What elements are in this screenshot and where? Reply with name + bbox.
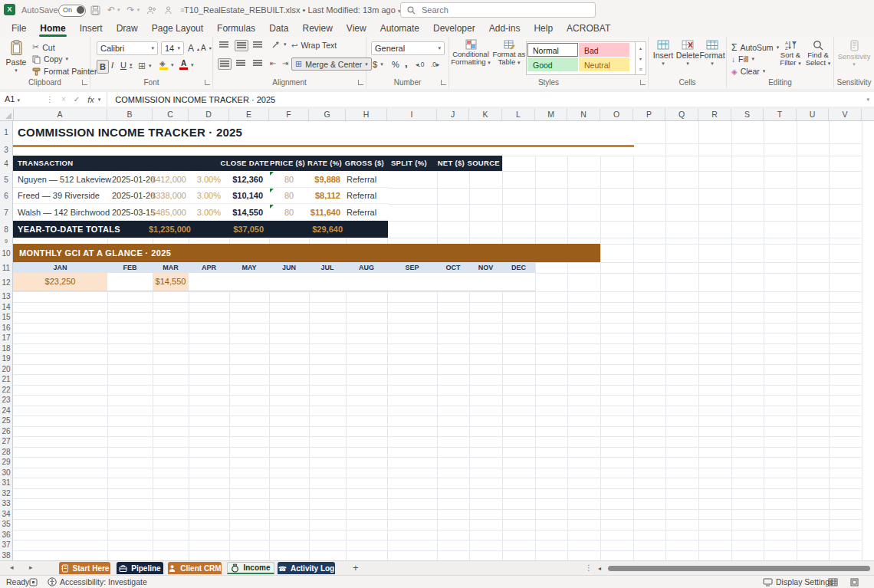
expand-formula-bar-icon[interactable]: ▾ xyxy=(866,97,869,103)
fill-button[interactable]: ↓Fill▾ xyxy=(731,54,754,64)
monthly-banner-row[interactable]: MONTHLY GCI AT A GLANCE · 2025 xyxy=(13,244,600,262)
style-bad[interactable]: Bad xyxy=(579,43,629,57)
ribbon-tab-formulas[interactable]: Formulas xyxy=(210,20,262,37)
scroll-left-icon[interactable]: ◂ xyxy=(598,565,601,572)
ribbon-tab-file[interactable]: File xyxy=(5,20,33,37)
present-people-icon[interactable] xyxy=(163,5,173,15)
alignment-dialog-launcher-icon[interactable] xyxy=(358,80,363,85)
row-number-22[interactable]: 22 xyxy=(0,385,12,396)
ribbon-tab-data[interactable]: Data xyxy=(262,20,295,37)
row-number-35[interactable]: 35 xyxy=(0,519,12,530)
font-size-select[interactable]: 14▾ xyxy=(161,41,184,55)
display-settings-button[interactable]: Display Settings xyxy=(763,576,833,588)
decrease-indent-button[interactable]: ⇤ xyxy=(270,59,276,67)
title-row[interactable]: COMMISSION INCOME TRACKER · 2025 xyxy=(13,121,634,143)
cut-button[interactable]: ✂Cut xyxy=(32,42,55,52)
sensitivity-button[interactable]: Sensitivity ▾ xyxy=(839,40,869,67)
clear-button[interactable]: ◈Clear▾ xyxy=(731,67,765,76)
align-right-button[interactable] xyxy=(253,60,262,67)
row-number-29[interactable]: 29 xyxy=(0,457,12,468)
row-number-3[interactable]: 3 xyxy=(0,143,12,156)
ribbon-tab-review[interactable]: Review xyxy=(295,20,339,37)
month-value-apr[interactable] xyxy=(189,273,229,291)
row-number-13[interactable]: 13 xyxy=(0,291,12,302)
sort-filter-button[interactable]: AZ Sort &Filter ▾ xyxy=(777,40,803,67)
month-values-row[interactable]: $23,250$14,550 xyxy=(13,273,535,291)
row-number-36[interactable]: 36 xyxy=(0,530,12,540)
row-number-25[interactable]: 25 xyxy=(0,416,12,426)
row-number-34[interactable]: 34 xyxy=(0,509,12,520)
row-number-24[interactable]: 24 xyxy=(0,406,12,416)
column-header-P[interactable]: P xyxy=(633,109,665,120)
align-top-button[interactable] xyxy=(219,41,228,48)
undo-icon[interactable]: ↶ xyxy=(107,5,115,15)
insert-function-icon[interactable]: fx xyxy=(87,95,94,104)
column-header-A[interactable]: A xyxy=(13,109,107,120)
row-number-30[interactable]: 30 xyxy=(0,468,12,478)
format-as-table-button[interactable]: Format asTable ▾ xyxy=(492,39,526,67)
row-number-9[interactable]: 9 xyxy=(0,238,12,244)
sheet-grid[interactable]: 1345678910111213141516171819202122232425… xyxy=(0,121,874,560)
paste-button[interactable]: Paste ▾ xyxy=(5,40,28,74)
share-people-icon[interactable] xyxy=(146,5,156,15)
month-value-aug[interactable] xyxy=(346,273,387,291)
style-neutral[interactable]: Neutral xyxy=(579,57,629,71)
ribbon-tab-developer[interactable]: Developer xyxy=(426,20,482,37)
month-header-row[interactable]: JANFEBMARAPRMAYJUNJULAUGSEPOCTNOVDEC xyxy=(13,262,535,273)
column-header-S[interactable]: S xyxy=(731,109,764,120)
row-number-32[interactable]: 32 xyxy=(0,488,12,499)
row-number-15[interactable]: 15 xyxy=(0,312,12,323)
ribbon-tab-view[interactable]: View xyxy=(340,20,373,37)
month-value-may[interactable] xyxy=(229,273,269,291)
row-number-19[interactable]: 19 xyxy=(0,353,12,364)
align-left-button[interactable] xyxy=(218,58,232,70)
table-row-2[interactable]: Freed — 39 Riverside2025-01-20$338,0003.… xyxy=(13,188,388,204)
font-color-button[interactable]: A▾ xyxy=(179,60,194,70)
row-number-37[interactable]: 37 xyxy=(0,540,12,550)
orientation-button[interactable]: ▾ xyxy=(271,40,287,49)
gallery-down-icon[interactable]: ▾ xyxy=(639,56,642,61)
clipboard-dialog-launcher-icon[interactable] xyxy=(82,80,87,85)
month-value-dec[interactable] xyxy=(502,273,535,291)
delete-cells-button[interactable]: Delete▾ xyxy=(676,40,699,67)
sheet-tab-client-crm[interactable]: Client CRM xyxy=(168,562,222,574)
row-number-14[interactable]: 14 xyxy=(0,302,12,313)
grow-font-button[interactable]: A▴ xyxy=(188,43,199,54)
number-format-select[interactable]: General▾ xyxy=(371,41,445,55)
add-sheet-button[interactable]: + xyxy=(353,562,359,573)
horizontal-scrollbar-thumb[interactable] xyxy=(608,566,870,571)
bold-button[interactable]: B xyxy=(97,60,109,74)
row-number-33[interactable]: 33 xyxy=(0,498,12,509)
ribbon-tab-insert[interactable]: Insert xyxy=(73,20,110,37)
search-input[interactable] xyxy=(420,5,561,15)
column-header-K[interactable]: K xyxy=(469,109,502,120)
document-title[interactable]: T10_RealEstate_REBUILT.xlsx • Last Modif… xyxy=(184,5,401,15)
column-header-B[interactable]: B xyxy=(107,109,153,120)
column-header-T[interactable]: T xyxy=(764,109,797,120)
gallery-more-icon[interactable]: ≡ xyxy=(639,67,642,72)
column-header-I[interactable]: I xyxy=(387,109,437,120)
column-header-E[interactable]: E xyxy=(229,109,269,120)
sheet-tab-income[interactable]: Income xyxy=(227,562,274,574)
ribbon-tab-add-ins[interactable]: Add-ins xyxy=(482,20,527,37)
find-select-button[interactable]: Find &Select ▾ xyxy=(805,40,831,67)
row-number-4[interactable]: 4 xyxy=(0,156,12,171)
copy-button[interactable]: Copy▾ xyxy=(32,54,68,64)
row-number-6[interactable]: 6 xyxy=(0,188,12,204)
comma-style-button[interactable]: , xyxy=(405,57,408,69)
column-header-N[interactable]: N xyxy=(567,109,600,120)
merge-center-button[interactable]: ⊞Merge & Center▾ xyxy=(291,57,372,71)
align-middle-button[interactable] xyxy=(235,40,248,51)
table-header-row[interactable]: TRANSACTION CLOSE DATE PRICE ($) RATE (%… xyxy=(13,156,502,171)
search-box[interactable] xyxy=(400,2,596,18)
sheet-tab-activity-log[interactable]: ☎Activity Log xyxy=(278,562,335,574)
styles-dialog-launcher-icon[interactable] xyxy=(640,80,646,85)
row-number-1[interactable]: 1 xyxy=(0,121,12,143)
table-row-1[interactable]: Nguyen — 512 Lakeview2025-01-20$412,0003… xyxy=(13,171,388,188)
save-icon[interactable] xyxy=(90,5,100,15)
month-value-mar[interactable]: $14,550 xyxy=(153,273,189,291)
row-number-18[interactable]: 18 xyxy=(0,343,12,354)
column-header-H[interactable]: H xyxy=(346,109,387,120)
autosave-toggle[interactable]: On xyxy=(58,5,86,17)
decrease-decimal-button[interactable]: .0▸ xyxy=(431,61,439,68)
